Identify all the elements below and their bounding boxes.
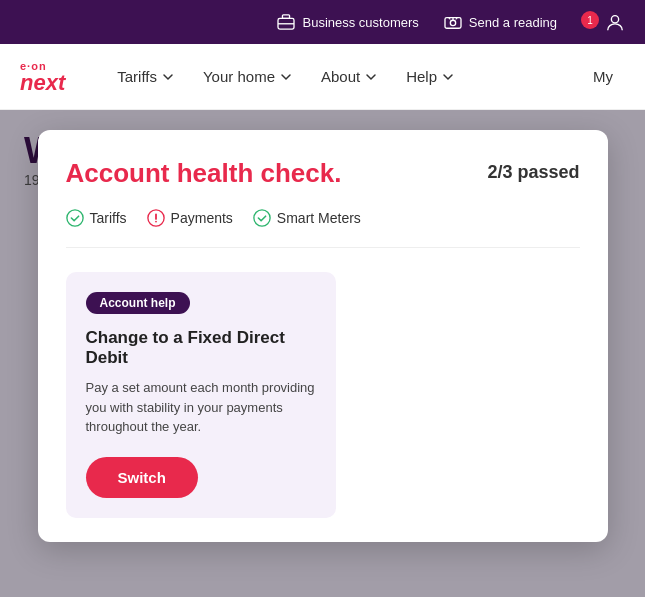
svg-point-13 (254, 210, 270, 226)
checkmark-icon (253, 209, 271, 227)
warning-icon (147, 209, 165, 227)
nav-my-label: My (593, 68, 613, 85)
nav-tariffs-label: Tariffs (117, 68, 157, 85)
passed-badge: 2/3 passed (487, 162, 579, 183)
check-payments-label: Payments (171, 210, 233, 226)
account-icon (605, 12, 625, 32)
notification-link[interactable]: 1 (581, 12, 625, 32)
nav-your-home-label: Your home (203, 68, 275, 85)
nav-your-home[interactable]: Your home (191, 60, 305, 93)
checkmark-icon (66, 209, 84, 227)
nav-help[interactable]: Help (394, 60, 467, 93)
nav-my[interactable]: My (581, 60, 625, 93)
nav-help-label: Help (406, 68, 437, 85)
check-tariffs-label: Tariffs (90, 210, 127, 226)
notification-badge: 1 (581, 11, 599, 29)
chevron-down-icon (279, 70, 293, 84)
chevron-down-icon (364, 70, 378, 84)
modal-overlay: Account health check. 2/3 passed Tariffs (0, 110, 645, 597)
account-help-card: Account help Change to a Fixed Direct De… (66, 272, 336, 518)
business-customers-label: Business customers (302, 15, 418, 30)
business-customers-link[interactable]: Business customers (276, 12, 418, 32)
svg-point-9 (66, 210, 82, 226)
chevron-down-icon (161, 70, 175, 84)
card-tag: Account help (86, 292, 190, 314)
svg-point-4 (450, 20, 455, 25)
health-check-modal: Account health check. 2/3 passed Tariffs (38, 130, 608, 542)
check-smart-meters-label: Smart Meters (277, 210, 361, 226)
logo-next: next (20, 72, 65, 94)
svg-point-12 (155, 221, 157, 223)
check-payments: Payments (147, 209, 233, 227)
check-smart-meters: Smart Meters (253, 209, 361, 227)
nav-items: Tariffs Your home About Help My (105, 60, 625, 93)
logo[interactable]: e·on next (20, 60, 65, 94)
switch-button[interactable]: Switch (86, 457, 198, 498)
checks-row: Tariffs Payments Smart Meters (66, 209, 580, 248)
page-background: Wo 192 G Ac t paym payme ment is s after… (0, 110, 645, 597)
send-reading-label: Send a reading (469, 15, 557, 30)
nav-bar: e·on next Tariffs Your home About Help (0, 44, 645, 110)
briefcase-icon (276, 12, 296, 32)
modal-header: Account health check. 2/3 passed (66, 158, 580, 189)
top-bar: Business customers Send a reading 1 (0, 0, 645, 44)
nav-about-label: About (321, 68, 360, 85)
send-reading-link[interactable]: Send a reading (443, 12, 557, 32)
nav-about[interactable]: About (309, 60, 390, 93)
svg-point-8 (611, 16, 618, 23)
nav-tariffs[interactable]: Tariffs (105, 60, 187, 93)
check-tariffs: Tariffs (66, 209, 127, 227)
modal-title: Account health check. (66, 158, 342, 189)
meter-icon (443, 12, 463, 32)
card-description: Pay a set amount each month providing yo… (86, 378, 316, 437)
chevron-down-icon (441, 70, 455, 84)
card-title: Change to a Fixed Direct Debit (86, 328, 316, 368)
